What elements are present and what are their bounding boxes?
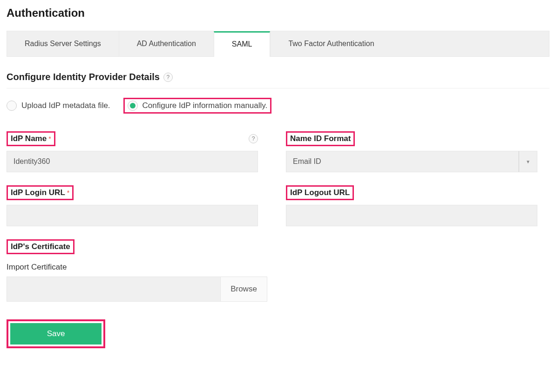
highlight-annotation: IdP Login URL * <box>7 185 74 200</box>
name-id-format-label: Name ID Format <box>290 134 351 143</box>
import-certificate-label: Import Certificate <box>7 263 549 272</box>
required-asterisk: * <box>67 189 69 196</box>
tab-ad-authentication[interactable]: AD Authentication <box>119 31 214 56</box>
required-asterisk: * <box>48 135 51 142</box>
radio-configure-manually[interactable]: Configure IdP information manually. <box>128 101 268 111</box>
idp-name-label: IdP Name <box>11 134 47 143</box>
chevron-down-icon: ▼ <box>519 151 537 172</box>
name-id-format-select[interactable]: Email ID ▼ <box>286 151 537 172</box>
idp-certificate-label: IdP's Certificate <box>11 242 70 251</box>
help-icon[interactable]: ? <box>249 134 258 143</box>
highlight-annotation: Save <box>7 319 105 348</box>
idp-login-url-label: IdP Login URL <box>11 188 65 197</box>
idp-name-input[interactable] <box>7 151 258 172</box>
help-icon[interactable]: ? <box>163 73 173 82</box>
idp-logout-url-input[interactable] <box>286 205 537 226</box>
tab-radius-server-settings[interactable]: Radius Server Settings <box>7 31 119 56</box>
name-id-format-value: Email ID <box>286 151 519 172</box>
radio-manual-label: Configure IdP information manually. <box>142 101 268 110</box>
section-title: Configure Identity Provider Details <box>7 72 160 82</box>
tab-bar: Radius Server Settings AD Authentication… <box>7 31 549 57</box>
highlight-annotation: IdP's Certificate <box>7 239 75 254</box>
section-header: Configure Identity Provider Details ? <box>7 72 549 88</box>
tab-two-factor-authentication[interactable]: Two Factor Authentication <box>270 31 549 56</box>
browse-button[interactable]: Browse <box>221 277 267 302</box>
radio-upload-label: Upload IdP metadata file. <box>21 101 110 110</box>
idp-config-mode-radio-group: Upload IdP metadata file. Configure IdP … <box>7 98 549 114</box>
tab-saml[interactable]: SAML <box>214 31 271 57</box>
idp-login-url-input[interactable] <box>7 205 258 226</box>
import-certificate-input[interactable] <box>7 277 221 302</box>
highlight-annotation: Name ID Format <box>286 131 355 146</box>
radio-upload-metadata[interactable]: Upload IdP metadata file. <box>7 101 110 111</box>
idp-logout-url-label: IdP Logout URL <box>290 188 350 197</box>
save-button[interactable]: Save <box>10 323 102 345</box>
highlight-annotation: IdP Logout URL <box>286 185 354 200</box>
highlight-annotation: IdP Name * <box>7 131 55 146</box>
radio-circle-icon <box>7 101 17 111</box>
page-title: Authentication <box>7 7 549 20</box>
radio-circle-selected-icon <box>128 101 138 111</box>
highlight-annotation: Configure IdP information manually. <box>123 98 272 114</box>
